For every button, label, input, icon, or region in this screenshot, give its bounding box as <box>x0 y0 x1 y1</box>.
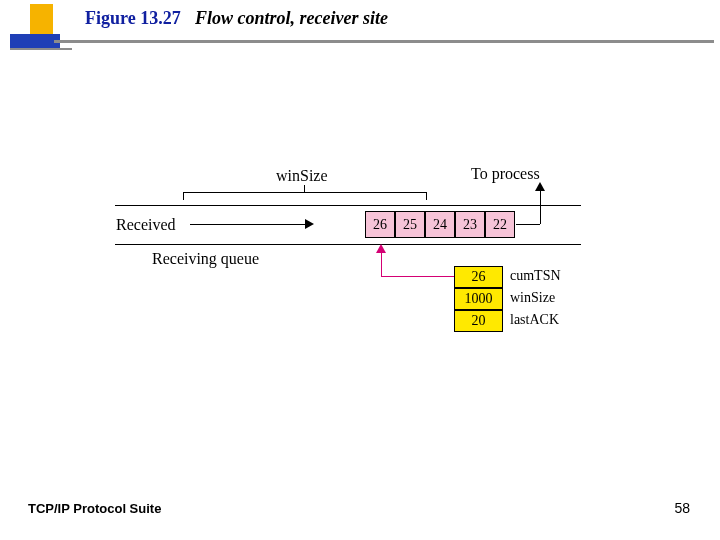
queue-cell: 26 <box>365 211 395 238</box>
queue-top-rail <box>115 205 581 206</box>
cumtsn-pointer-v <box>381 252 382 276</box>
page-number: 58 <box>674 500 690 516</box>
received-arrow-line <box>190 224 305 225</box>
state-cell: 1000 <box>454 288 503 310</box>
header-rule-short <box>10 48 72 50</box>
figure-number: Figure 13.27 <box>85 8 181 29</box>
winsize-bracket-right <box>426 192 427 200</box>
received-label: Received <box>116 216 176 234</box>
logo-block-blue <box>10 34 60 48</box>
to-process-arrow-v <box>540 190 541 224</box>
state-label: cumTSN <box>510 268 561 284</box>
to-process-arrow-head <box>535 182 545 191</box>
winsize-bracket-left <box>183 192 184 200</box>
to-process-label: To process <box>471 165 540 183</box>
state-cell: 20 <box>454 310 503 332</box>
figure-caption: Flow control, receiver site <box>195 8 388 29</box>
winsize-bracket-top <box>183 192 426 193</box>
state-label: winSize <box>510 290 555 306</box>
state-label: lastACK <box>510 312 559 328</box>
queue-cell: 23 <box>455 211 485 238</box>
queue-cell: 24 <box>425 211 455 238</box>
winsize-bracket-stem <box>304 185 305 192</box>
cumtsn-pointer-h <box>381 276 454 277</box>
footer-title: TCP/IP Protocol Suite <box>28 501 161 516</box>
receiving-queue-label: Receiving queue <box>152 250 259 268</box>
received-arrow-head <box>305 219 314 229</box>
queue-cell: 22 <box>485 211 515 238</box>
slide: Figure 13.27 Flow control, receiver site… <box>0 0 720 540</box>
state-cell: 26 <box>454 266 503 288</box>
header-rule-long <box>54 40 714 43</box>
queue-cell: 25 <box>395 211 425 238</box>
to-process-arrow-h <box>516 224 540 225</box>
queue-bottom-rail <box>115 244 581 245</box>
cumtsn-pointer-head <box>376 244 386 253</box>
winsize-label: winSize <box>276 167 328 185</box>
